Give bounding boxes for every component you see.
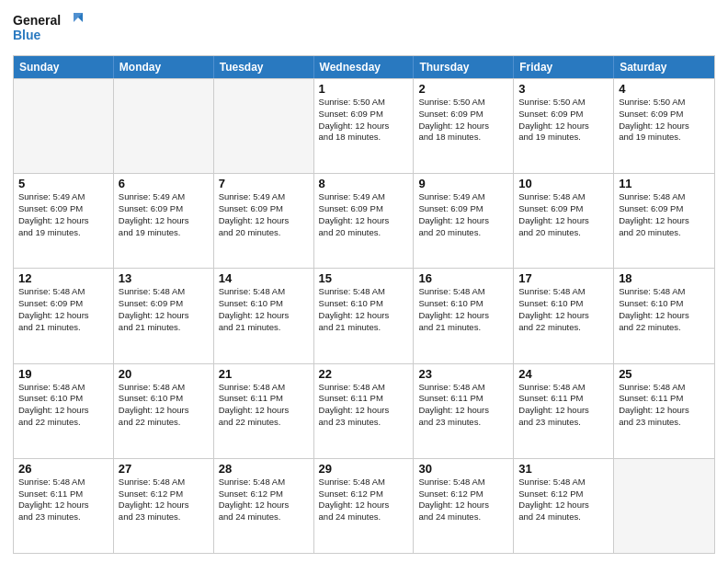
calendar-row-1: 1Sunrise: 5:50 AM Sunset: 6:09 PM Daylig…: [14, 78, 714, 173]
day-number: 6: [119, 177, 209, 190]
day-number: 23: [418, 367, 508, 381]
svg-text:General: General: [13, 13, 61, 28]
header: General Blue: [13, 9, 715, 50]
calendar-cell: 6Sunrise: 5:49 AM Sunset: 6:09 PM Daylig…: [114, 174, 214, 268]
calendar-cell: 31Sunrise: 5:48 AM Sunset: 6:12 PM Dayli…: [514, 459, 614, 553]
header-day-wednesday: Wednesday: [314, 56, 415, 78]
calendar-cell: 14Sunrise: 5:48 AM Sunset: 6:10 PM Dayli…: [214, 269, 314, 362]
calendar-cell: 1Sunrise: 5:50 AM Sunset: 6:09 PM Daylig…: [314, 79, 415, 173]
cell-info: Sunrise: 5:48 AM Sunset: 6:12 PM Dayligh…: [219, 477, 309, 523]
day-number: 3: [518, 82, 609, 96]
day-number: 25: [619, 367, 710, 381]
cell-info: Sunrise: 5:49 AM Sunset: 6:09 PM Dayligh…: [18, 191, 108, 238]
day-number: 7: [219, 177, 309, 190]
cell-info: Sunrise: 5:48 AM Sunset: 6:10 PM Dayligh…: [319, 286, 409, 333]
cell-info: Sunrise: 5:48 AM Sunset: 6:12 PM Dayligh…: [418, 477, 508, 523]
svg-text:Blue: Blue: [13, 28, 41, 42]
calendar-cell: 21Sunrise: 5:48 AM Sunset: 6:11 PM Dayli…: [214, 364, 314, 458]
header-day-tuesday: Tuesday: [214, 56, 314, 78]
day-number: 8: [319, 177, 409, 190]
calendar-row-5: 26Sunrise: 5:48 AM Sunset: 6:11 PM Dayli…: [14, 458, 714, 553]
calendar-cell: 8Sunrise: 5:49 AM Sunset: 6:09 PM Daylig…: [314, 174, 415, 268]
cell-info: Sunrise: 5:48 AM Sunset: 6:10 PM Dayligh…: [418, 286, 508, 333]
cell-info: Sunrise: 5:48 AM Sunset: 6:10 PM Dayligh…: [619, 286, 710, 333]
calendar-cell: 17Sunrise: 5:48 AM Sunset: 6:10 PM Dayli…: [514, 269, 614, 362]
calendar-cell: 12Sunrise: 5:48 AM Sunset: 6:09 PM Dayli…: [14, 269, 114, 362]
calendar-cell: 19Sunrise: 5:48 AM Sunset: 6:10 PM Dayli…: [14, 364, 114, 458]
cell-info: Sunrise: 5:48 AM Sunset: 6:09 PM Dayligh…: [18, 286, 108, 333]
calendar-cell: 24Sunrise: 5:48 AM Sunset: 6:11 PM Dayli…: [514, 364, 614, 458]
calendar-cell: 28Sunrise: 5:48 AM Sunset: 6:12 PM Dayli…: [214, 459, 314, 553]
day-number: 9: [418, 177, 508, 190]
cell-info: Sunrise: 5:49 AM Sunset: 6:09 PM Dayligh…: [219, 191, 309, 238]
logo-svg: General Blue: [13, 9, 86, 50]
day-number: 29: [319, 462, 409, 476]
calendar-cell: [114, 79, 214, 173]
header-day-saturday: Saturday: [614, 56, 714, 78]
header-day-monday: Monday: [114, 56, 214, 78]
day-number: 4: [619, 82, 710, 96]
cell-info: Sunrise: 5:48 AM Sunset: 6:09 PM Dayligh…: [119, 286, 209, 333]
day-number: 30: [418, 462, 508, 476]
calendar-cell: 23Sunrise: 5:48 AM Sunset: 6:11 PM Dayli…: [414, 364, 514, 458]
cell-info: Sunrise: 5:48 AM Sunset: 6:11 PM Dayligh…: [18, 477, 108, 523]
cell-info: Sunrise: 5:48 AM Sunset: 6:09 PM Dayligh…: [619, 191, 710, 238]
day-number: 22: [319, 367, 409, 381]
day-number: 27: [119, 462, 209, 476]
logo: General Blue: [13, 9, 86, 50]
day-number: 18: [619, 271, 710, 285]
calendar-row-2: 5Sunrise: 5:49 AM Sunset: 6:09 PM Daylig…: [14, 173, 714, 268]
day-number: 2: [418, 82, 508, 96]
calendar-cell: 18Sunrise: 5:48 AM Sunset: 6:10 PM Dayli…: [614, 269, 714, 362]
day-number: 31: [518, 462, 609, 476]
calendar-cell: 29Sunrise: 5:48 AM Sunset: 6:12 PM Dayli…: [314, 459, 415, 553]
day-number: 1: [319, 82, 409, 96]
calendar-body: 1Sunrise: 5:50 AM Sunset: 6:09 PM Daylig…: [14, 78, 714, 553]
cell-info: Sunrise: 5:48 AM Sunset: 6:10 PM Dayligh…: [518, 286, 609, 333]
day-number: 12: [18, 271, 108, 285]
day-number: 17: [518, 271, 609, 285]
calendar-cell: 11Sunrise: 5:48 AM Sunset: 6:09 PM Dayli…: [614, 174, 714, 268]
day-number: 15: [319, 271, 409, 285]
calendar-cell: [214, 79, 314, 173]
day-number: 20: [119, 367, 209, 381]
cell-info: Sunrise: 5:48 AM Sunset: 6:11 PM Dayligh…: [619, 382, 710, 429]
calendar-cell: 2Sunrise: 5:50 AM Sunset: 6:09 PM Daylig…: [414, 79, 514, 173]
calendar-cell: 3Sunrise: 5:50 AM Sunset: 6:09 PM Daylig…: [514, 79, 614, 173]
day-number: 26: [18, 462, 108, 476]
cell-info: Sunrise: 5:48 AM Sunset: 6:10 PM Dayligh…: [119, 382, 209, 429]
calendar-cell: 10Sunrise: 5:48 AM Sunset: 6:09 PM Dayli…: [514, 174, 614, 268]
cell-info: Sunrise: 5:49 AM Sunset: 6:09 PM Dayligh…: [319, 191, 409, 238]
day-number: 28: [219, 462, 309, 476]
cell-info: Sunrise: 5:48 AM Sunset: 6:11 PM Dayligh…: [319, 382, 409, 429]
calendar: SundayMondayTuesdayWednesdayThursdayFrid…: [13, 55, 715, 554]
calendar-cell: 16Sunrise: 5:48 AM Sunset: 6:10 PM Dayli…: [414, 269, 514, 362]
cell-info: Sunrise: 5:50 AM Sunset: 6:09 PM Dayligh…: [518, 97, 609, 144]
calendar-cell: 4Sunrise: 5:50 AM Sunset: 6:09 PM Daylig…: [614, 79, 714, 173]
day-number: 21: [219, 367, 309, 381]
day-number: 10: [518, 177, 609, 190]
cell-info: Sunrise: 5:50 AM Sunset: 6:09 PM Dayligh…: [418, 97, 508, 144]
cell-info: Sunrise: 5:48 AM Sunset: 6:12 PM Dayligh…: [119, 477, 209, 523]
calendar-cell: 25Sunrise: 5:48 AM Sunset: 6:11 PM Dayli…: [614, 364, 714, 458]
calendar-cell: 7Sunrise: 5:49 AM Sunset: 6:09 PM Daylig…: [214, 174, 314, 268]
day-number: 19: [18, 367, 108, 381]
day-number: 14: [219, 271, 309, 285]
cell-info: Sunrise: 5:48 AM Sunset: 6:11 PM Dayligh…: [219, 382, 309, 429]
calendar-header: SundayMondayTuesdayWednesdayThursdayFrid…: [14, 56, 714, 78]
calendar-cell: 26Sunrise: 5:48 AM Sunset: 6:11 PM Dayli…: [14, 459, 114, 553]
cell-info: Sunrise: 5:48 AM Sunset: 6:11 PM Dayligh…: [518, 382, 609, 429]
day-number: 13: [119, 271, 209, 285]
cell-info: Sunrise: 5:48 AM Sunset: 6:11 PM Dayligh…: [418, 382, 508, 429]
calendar-cell: 22Sunrise: 5:48 AM Sunset: 6:11 PM Dayli…: [314, 364, 415, 458]
calendar-cell: 27Sunrise: 5:48 AM Sunset: 6:12 PM Dayli…: [114, 459, 214, 553]
calendar-cell: [614, 459, 714, 553]
header-day-sunday: Sunday: [14, 56, 114, 78]
cell-info: Sunrise: 5:49 AM Sunset: 6:09 PM Dayligh…: [418, 191, 508, 238]
cell-info: Sunrise: 5:48 AM Sunset: 6:09 PM Dayligh…: [518, 191, 609, 238]
cell-info: Sunrise: 5:50 AM Sunset: 6:09 PM Dayligh…: [619, 97, 710, 144]
day-number: 24: [518, 367, 609, 381]
calendar-cell: 20Sunrise: 5:48 AM Sunset: 6:10 PM Dayli…: [114, 364, 214, 458]
calendar-row-4: 19Sunrise: 5:48 AM Sunset: 6:10 PM Dayli…: [14, 363, 714, 458]
cell-info: Sunrise: 5:48 AM Sunset: 6:10 PM Dayligh…: [219, 286, 309, 333]
